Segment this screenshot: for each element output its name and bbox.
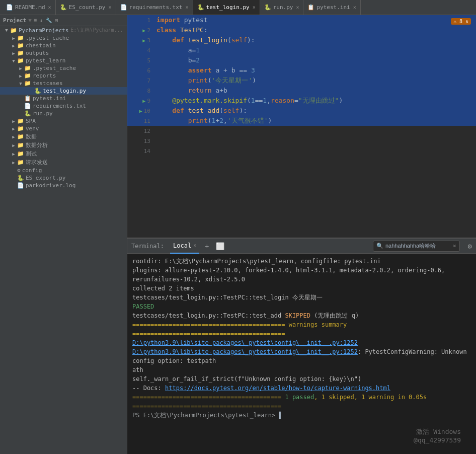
code-line-11: print(1+2,'天气很不错') <box>152 116 476 126</box>
line-8: 8 <box>127 86 152 96</box>
term-line-eq1: ========================================… <box>132 320 471 338</box>
tree-pytest-cache-1[interactable]: ▶ 📁 .pytest_cache <box>0 34 127 42</box>
decorator-1: @pytest.mark.skipif <box>172 97 247 104</box>
tree-es-export[interactable]: 🐍 ES_export.py <box>0 174 127 182</box>
term-line-link2: D:\python3.9\lib\site-packages\_pytest\c… <box>132 347 471 365</box>
tab-pytest-ini-close[interactable]: × <box>353 5 356 10</box>
term-link-2[interactable]: D:\python3.9\lib\site-packages\_pytest\c… <box>132 348 358 355</box>
terminal-header: Terminal: Local × + ⬜ 🔍 × ⚙ <box>127 239 476 254</box>
chestpain-label: chestpain <box>26 42 56 49</box>
reports-icon: 📁 <box>24 72 31 79</box>
tab-run-close[interactable]: × <box>296 5 299 10</box>
tree-run[interactable]: 🐍 run.py <box>0 110 127 117</box>
sidebar-header: Project ▼ ≡ ↕ 🔧 ⊟ <box>0 15 127 26</box>
tab-requirements-close[interactable]: × <box>186 5 189 10</box>
term-line-docs: -- Docs: https://docs.pytest.org/en/stab… <box>132 384 471 393</box>
tree-shuju[interactable]: ▶ 📁 数据 <box>0 132 127 141</box>
run-btn-9[interactable]: ▶ <box>142 98 145 104</box>
tree-testcases[interactable]: ▼ 📁 testcases <box>0 80 127 87</box>
import-kw: import <box>156 16 180 24</box>
config-icon: ⚙ <box>17 167 21 174</box>
run-btn-2[interactable]: ▶ <box>142 28 145 33</box>
a-var: a <box>188 46 192 54</box>
tree-root[interactable]: ▼ 📁 PycharmProjects E:\文档\Pycharm... <box>0 26 127 34</box>
line-6: 6 <box>127 65 152 75</box>
tab-pytest-ini[interactable]: 📋 pytest.ini × <box>303 0 360 15</box>
tree-parkodriver[interactable]: 📄 parkodriver.log <box>0 182 127 189</box>
ln9: 9 <box>147 98 150 104</box>
tree-pytest-learn[interactable]: ▼ 📁 pytest_learn <box>0 57 127 64</box>
code-line-14 <box>152 146 476 156</box>
tree-venv[interactable]: ▶ 📁 venv <box>0 125 127 132</box>
term-line-link1[interactable]: D:\python3.9\lib\site-packages\_pytest\c… <box>132 338 471 347</box>
line-10: ▶10 <box>127 106 152 116</box>
reports-arrow: ▶ <box>17 73 24 79</box>
local-close[interactable]: × <box>193 243 196 248</box>
testcases-arrow: ▼ <box>17 81 24 86</box>
run-btn-3[interactable]: ▶ <box>142 38 145 43</box>
code-content[interactable]: import pytest class TestPC: def test_log… <box>152 15 476 238</box>
tab-test-login[interactable]: 🐍 test_login.py × <box>193 0 260 15</box>
ln6: 6 <box>147 67 150 74</box>
tree-pytest-ini[interactable]: 📋 pytest.ini <box>0 95 127 102</box>
tab-readme-label: README.md <box>15 4 45 11</box>
warning-badge[interactable]: ⚠ 8 ∧ <box>451 18 471 25</box>
chestpain-icon: 📁 <box>17 42 24 49</box>
terminal-add-button[interactable]: + <box>203 242 210 250</box>
code-line-12 <box>152 126 476 136</box>
terminal-gear-icon[interactable]: ⚙ <box>468 242 472 250</box>
self-1: self <box>231 36 247 44</box>
tab-test-login-close[interactable]: × <box>253 5 256 10</box>
search-close-icon[interactable]: × <box>453 243 456 249</box>
run-icon: 🐍 <box>264 4 271 11</box>
run-btn-10[interactable]: ▶ <box>139 108 142 114</box>
ln7: 7 <box>147 78 150 84</box>
docs-link[interactable]: https://docs.pytest.org/en/stable/how-to… <box>165 385 390 392</box>
tab-es-count-close[interactable]: × <box>109 5 112 10</box>
code-line-2: class TestPC: <box>152 25 476 35</box>
shuju-arrow: ▶ <box>10 134 17 139</box>
class-name <box>176 26 180 34</box>
tree-pytest-cache-2[interactable]: ▶ 📁 .pytest_cache <box>0 64 127 72</box>
line-5: 5 <box>127 55 152 65</box>
toolbar-icons: ≡ ↕ 🔧 ⊟ <box>34 18 58 23</box>
tab-run[interactable]: 🐍 run.py × <box>260 0 304 15</box>
tree-ceshi[interactable]: ▶ 📁 测试 <box>0 149 127 158</box>
spa-arrow: ▶ <box>10 119 17 124</box>
tree-config[interactable]: ⚙ config <box>0 167 127 174</box>
es-export-icon: 🐍 <box>17 175 24 181</box>
reason-val: "无理由跳过" <box>298 97 339 104</box>
terminal-search-input[interactable] <box>385 243 451 249</box>
pytest-cache-2-arrow: ▶ <box>17 66 24 71</box>
line-9: ▶9 <box>127 96 152 106</box>
tab-run-label: run.py <box>273 4 293 11</box>
tree-test-login[interactable]: 🐍 test_login.py <box>0 87 127 95</box>
terminal-content[interactable]: rootdir: E:\文档\PycharmProjects\pytest_le… <box>127 254 476 454</box>
outputs-arrow: ▶ <box>10 51 17 56</box>
tree-reports[interactable]: ▶ 📁 reports <box>0 72 127 80</box>
tree-requirements[interactable]: 📄 requirements.txt <box>0 102 127 110</box>
tree-spa[interactable]: ▶ 📁 SPA <box>0 117 127 125</box>
shuju-label: 数据 <box>26 133 37 140</box>
qingqiu-label: 请求发送 <box>26 159 48 166</box>
tree-outputs[interactable]: ▶ 📁 outputs <box>0 49 127 57</box>
es-export-label: ES_export.py <box>26 175 65 181</box>
reason-kw: reason <box>271 97 294 104</box>
tree-shuju-fenxi[interactable]: ▶ 📁 数据分析 <box>0 141 127 149</box>
tab-readme-close[interactable]: × <box>48 5 51 10</box>
tree-qingqiu[interactable]: ▶ 📁 请求发送 <box>0 158 127 167</box>
term-line-ps: PS E:\文档\PycharmProjects\pytest_learn> ▌ <box>132 411 471 420</box>
terminal-split-button[interactable]: ⬜ <box>214 242 226 250</box>
tab-es-count[interactable]: 🐍 ES_count.py × <box>56 0 116 15</box>
ln11: 11 <box>144 118 150 124</box>
shuju-fenxi-label: 数据分析 <box>26 141 48 149</box>
terminal-tab-local[interactable]: Local × <box>170 239 199 254</box>
tree-chestpain[interactable]: ▶ 📁 chestpain <box>0 42 127 49</box>
local-tab-label: Local <box>173 242 191 249</box>
terminal-tab-label: Terminal: <box>131 243 164 250</box>
venv-arrow: ▶ <box>10 126 17 131</box>
term-line-rootdir: rootdir: E:\文档\PycharmProjects\pytest_le… <box>132 257 471 266</box>
tab-es-count-label: ES_count.py <box>69 4 106 11</box>
tab-requirements[interactable]: 📄 requirements.txt × <box>116 0 193 15</box>
tab-readme[interactable]: 📄 README.md × <box>2 0 56 15</box>
